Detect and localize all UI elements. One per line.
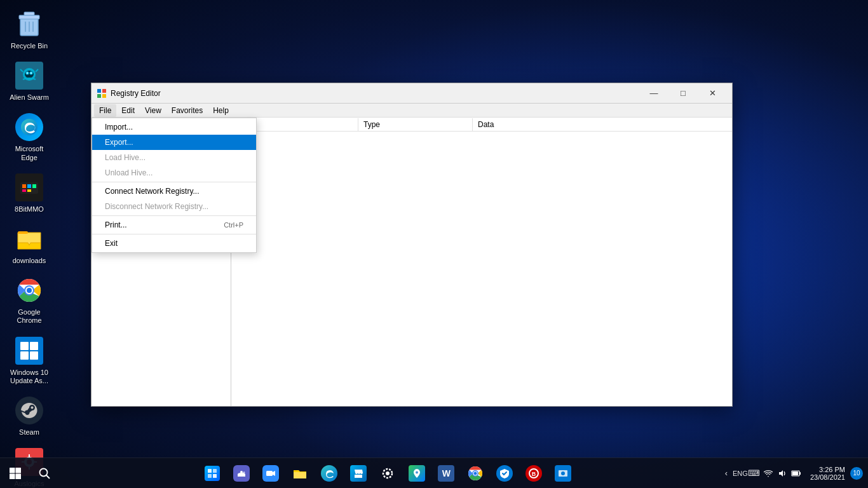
svg-point-58 [474,471,477,475]
desktop: Recycle Bin [0,0,868,488]
settings-icon [381,466,395,480]
svg-text:B: B [532,471,536,477]
close-button[interactable]: ✕ [698,83,727,104]
taskbar-search-button[interactable] [31,459,58,487]
svg-rect-38 [97,94,101,98]
taskbar-edge-button[interactable] [315,459,343,487]
volume-icon[interactable] [776,467,789,480]
desktop-icon-alien-swarm[interactable]: Alien Swarm [5,57,53,105]
desktop-icon-downloads[interactable]: downloads [5,220,53,269]
desktop-icon-windows10-update[interactable]: Windows 10 Update As... [5,332,53,389]
taskbar-widgets-button[interactable] [198,459,226,487]
svg-point-54 [416,471,418,473]
edge-icon [323,468,335,479]
taskbar-maps-button[interactable] [403,459,431,487]
desktop-icon-microsoft-edge[interactable]: Microsoft Edge [5,108,53,165]
language-icon[interactable]: ENG [734,467,747,480]
battery-indicator-icon [791,469,801,478]
taskbar-security-button[interactable]: B [520,459,548,487]
desktop-icon-8bitmmo[interactable]: 8BitMMO [5,168,53,217]
8bitmmo-label: 8BitMMO [15,205,44,214]
column-type: Type [358,118,473,131]
detail-content [231,132,732,406]
menu-separator-1 [92,182,256,182]
wifi-icon[interactable] [762,467,775,480]
file-dropdown-menu: Import... Export... Load Hive... Unload … [92,118,257,253]
svg-line-45 [46,475,50,478]
svg-rect-41 [16,468,22,473]
svg-point-44 [40,468,48,476]
svg-rect-50 [266,471,273,476]
menu-view[interactable]: View [140,104,166,117]
microsoft-edge-label: Microsoft Edge [8,145,51,161]
taskbar-word-button[interactable]: W [432,459,460,487]
taskbar-clock[interactable]: 3:26 PM 23/08/2021 [805,466,850,481]
taskbar-store-button[interactable] [344,459,372,487]
desktop-icon-google-chrome[interactable]: Google Chrome [5,271,53,329]
maximize-button[interactable]: □ [668,83,698,104]
taskbar-settings-button[interactable] [374,459,402,487]
app2-icon [557,468,569,479]
svg-rect-27 [30,342,38,350]
windows-logo-icon [9,467,22,480]
menu-separator-3 [92,234,256,234]
menu-export[interactable]: Export... [92,135,256,150]
svg-rect-17 [27,184,31,188]
store-icon [353,468,364,479]
svg-rect-1 [19,15,39,19]
battery-icon[interactable] [790,467,803,480]
menu-import[interactable]: Import... [92,119,256,135]
steam-label: Steam [19,428,39,437]
taskbar-explorer-button[interactable] [286,459,314,487]
word-icon: W [442,468,451,478]
taskbar-chrome-button[interactable] [461,459,489,487]
chevron-up-icon[interactable]: ‹ [720,467,733,480]
teams-icon [236,468,247,479]
registry-editor-icon [97,88,107,98]
registry-detail-pane: Name Type Data [231,118,732,406]
svg-rect-43 [16,473,22,479]
defender-icon [499,468,510,479]
desktop-icons-container: Recycle Bin [5,5,53,488]
alien-swarm-label: Alien Swarm [10,93,49,102]
notification-badge: 10 [850,467,863,480]
detail-header: Name Type Data [231,118,732,132]
window-controls: — □ ✕ [639,83,727,104]
svg-rect-36 [97,89,101,93]
8bitmmo-icon [14,172,44,203]
svg-rect-46 [208,469,212,473]
taskbar-zoom-button[interactable] [257,459,285,487]
menu-print[interactable]: Print... Ctrl+P [92,217,256,233]
desktop-icon-steam[interactable]: Steam [5,391,53,440]
menu-file[interactable]: File [94,104,116,117]
desktop-icon-recycle-bin[interactable]: Recycle Bin [5,5,53,54]
keyboard-icon[interactable]: ⌨ [748,467,761,480]
menu-connect-network[interactable]: Connect Network Registry... [92,184,256,199]
zoom-icon [265,468,276,479]
window-titlebar: Registry Editor — □ ✕ [92,83,732,104]
svg-rect-28 [20,351,29,360]
microsoft-edge-icon [14,112,44,142]
menu-favorites[interactable]: Favorites [166,104,208,117]
steam-icon [14,395,44,426]
svg-rect-29 [30,351,38,360]
file-explorer-icon [292,466,308,481]
svg-line-12 [20,69,23,72]
menu-disconnect-network: Disconnect Network Registry... [92,199,256,214]
window-title-text: Registry Editor [111,89,639,98]
google-chrome-icon [14,275,44,306]
taskbar-teams-button[interactable] [227,459,255,487]
taskbar-app2-button[interactable] [549,459,577,487]
notification-badge-container[interactable]: 10 [850,467,868,480]
svg-rect-16 [22,184,26,188]
taskbar-defender-button[interactable] [491,459,519,487]
menu-edit[interactable]: Edit [116,104,140,117]
menu-help[interactable]: Help [208,104,234,117]
svg-rect-65 [792,471,798,475]
minimize-button[interactable]: — [639,83,668,104]
svg-rect-40 [10,468,15,473]
svg-point-52 [386,471,390,475]
menu-exit[interactable]: Exit [92,236,256,251]
taskbar-start-button[interactable] [0,458,31,489]
svg-rect-21 [18,231,28,234]
